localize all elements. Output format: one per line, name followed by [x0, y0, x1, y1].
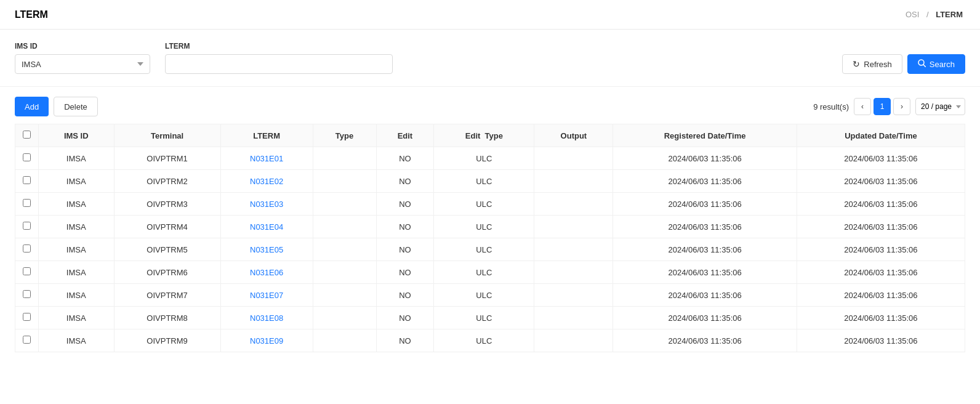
search-label: Search: [930, 60, 955, 69]
select-all-header: [15, 124, 39, 147]
chevron-right-icon: ›: [901, 102, 903, 111]
cell-lterm[interactable]: N031E03: [220, 193, 313, 216]
row-checkbox-4[interactable]: [23, 244, 31, 252]
cell-updated: 2024/06/03 11:35:06: [797, 238, 965, 261]
col-edit: Edit: [376, 124, 434, 147]
row-checkbox-8[interactable]: [23, 336, 31, 344]
cell-terminal: OIVPTRM7: [114, 284, 220, 307]
row-checkbox-2[interactable]: [23, 199, 31, 207]
refresh-label: Refresh: [864, 60, 892, 69]
lterm-link-6[interactable]: N031E07: [250, 291, 283, 300]
add-button[interactable]: Add: [15, 97, 49, 116]
cell-ims-id: IMSA: [39, 307, 114, 329]
cell-edit-type: ULC: [434, 261, 534, 284]
table-row: IMSA OIVPTRM6 N031E06 NO ULC 2024/06/03 …: [15, 261, 965, 284]
lterm-link-0[interactable]: N031E01: [250, 154, 283, 163]
cell-updated: 2024/06/03 11:35:06: [797, 307, 965, 329]
ims-id-label: IMS ID: [15, 42, 150, 50]
cell-edit: NO: [376, 307, 434, 329]
cell-lterm[interactable]: N031E02: [220, 170, 313, 193]
lterm-link-8[interactable]: N031E09: [250, 336, 283, 345]
cell-updated: 2024/06/03 11:35:06: [797, 329, 965, 352]
lterm-input[interactable]: [165, 54, 393, 74]
cell-ims-id: IMSA: [39, 261, 114, 284]
breadcrumb-separator: /: [926, 10, 929, 19]
breadcrumb-current: LTERM: [936, 10, 963, 19]
cell-updated: 2024/06/03 11:35:06: [797, 261, 965, 284]
cell-lterm[interactable]: N031E05: [220, 238, 313, 261]
table-section: Add Delete 9 result(s) ‹ 1 › 10 / page 2…: [0, 87, 980, 362]
row-checkbox-7[interactable]: [23, 313, 31, 321]
cell-edit: NO: [376, 238, 434, 261]
cell-terminal: OIVPTRM4: [114, 216, 220, 238]
lterm-link-4[interactable]: N031E05: [250, 245, 283, 254]
lterm-link-5[interactable]: N031E06: [250, 268, 283, 277]
lterm-link-2[interactable]: N031E03: [250, 200, 283, 209]
row-checkbox-0[interactable]: [23, 153, 31, 161]
cell-output: [534, 193, 613, 216]
col-updated: Updated Date/Time: [797, 124, 965, 147]
cell-terminal: OIVPTRM1: [114, 147, 220, 170]
table-row: IMSA OIVPTRM1 N031E01 NO ULC 2024/06/03 …: [15, 147, 965, 170]
row-checkbox-3[interactable]: [23, 222, 31, 230]
cell-lterm[interactable]: N031E01: [220, 147, 313, 170]
row-checkbox-cell: [15, 216, 39, 238]
cell-edit-type: ULC: [434, 193, 534, 216]
table-row: IMSA OIVPTRM3 N031E03 NO ULC 2024/06/03 …: [15, 193, 965, 216]
cell-ims-id: IMSA: [39, 170, 114, 193]
lterm-link-1[interactable]: N031E02: [250, 177, 283, 186]
table-row: IMSA OIVPTRM9 N031E09 NO ULC 2024/06/03 …: [15, 329, 965, 352]
select-all-checkbox[interactable]: [23, 131, 31, 139]
col-registered: Registered Date/Time: [613, 124, 797, 147]
table-toolbar: Add Delete 9 result(s) ‹ 1 › 10 / page 2…: [15, 97, 965, 116]
cell-lterm[interactable]: N031E08: [220, 307, 313, 329]
cell-lterm[interactable]: N031E04: [220, 216, 313, 238]
cell-registered: 2024/06/03 11:35:06: [613, 284, 797, 307]
next-page-button[interactable]: ›: [893, 98, 910, 115]
prev-page-button[interactable]: ‹: [854, 98, 871, 115]
lterm-link-7[interactable]: N031E08: [250, 313, 283, 323]
breadcrumb: OSI / LTERM: [903, 10, 965, 19]
row-checkbox-5[interactable]: [23, 267, 31, 275]
search-button[interactable]: Search: [907, 54, 965, 74]
lterm-label: LTERM: [165, 42, 393, 50]
cell-type: [313, 170, 376, 193]
page-size-select[interactable]: 10 / page 20 / page 50 / page: [915, 98, 965, 115]
cell-lterm[interactable]: N031E09: [220, 329, 313, 352]
scroll-container[interactable]: IMS ID Terminal LTERM Type Edit Edit Typ…: [15, 124, 965, 352]
cell-ims-id: IMSA: [39, 193, 114, 216]
cell-edit-type: ULC: [434, 216, 534, 238]
table-meta: 9 result(s) ‹ 1 › 10 / page 20 / page 50…: [813, 98, 965, 115]
row-checkbox-cell: [15, 329, 39, 352]
cell-registered: 2024/06/03 11:35:06: [613, 216, 797, 238]
table-row: IMSA OIVPTRM2 N031E02 NO ULC 2024/06/03 …: [15, 170, 965, 193]
cell-lterm[interactable]: N031E07: [220, 284, 313, 307]
data-table: IMS ID Terminal LTERM Type Edit Edit Typ…: [15, 124, 965, 352]
cell-terminal: OIVPTRM5: [114, 238, 220, 261]
row-checkbox-cell: [15, 307, 39, 329]
col-output: Output: [534, 124, 613, 147]
cell-edit: NO: [376, 147, 434, 170]
row-checkbox-cell: [15, 238, 39, 261]
ims-id-select[interactable]: IMSA IMSB IMSC: [15, 54, 150, 74]
refresh-icon: ↻: [853, 59, 860, 69]
page-1-button[interactable]: 1: [874, 98, 891, 115]
col-lterm: LTERM: [220, 124, 313, 147]
row-checkbox-6[interactable]: [23, 290, 31, 298]
cell-type: [313, 284, 376, 307]
refresh-button[interactable]: ↻ Refresh: [842, 54, 902, 74]
col-terminal: Terminal: [114, 124, 220, 147]
cell-registered: 2024/06/03 11:35:06: [613, 193, 797, 216]
row-checkbox-1[interactable]: [23, 176, 31, 184]
cell-output: [534, 216, 613, 238]
lterm-link-3[interactable]: N031E04: [250, 222, 283, 232]
cell-type: [313, 193, 376, 216]
table-actions: Add Delete: [15, 97, 98, 116]
cell-ims-id: IMSA: [39, 216, 114, 238]
cell-type: [313, 238, 376, 261]
cell-type: [313, 329, 376, 352]
cell-lterm[interactable]: N031E06: [220, 261, 313, 284]
cell-ims-id: IMSA: [39, 147, 114, 170]
cell-output: [534, 261, 613, 284]
delete-button[interactable]: Delete: [54, 97, 98, 116]
